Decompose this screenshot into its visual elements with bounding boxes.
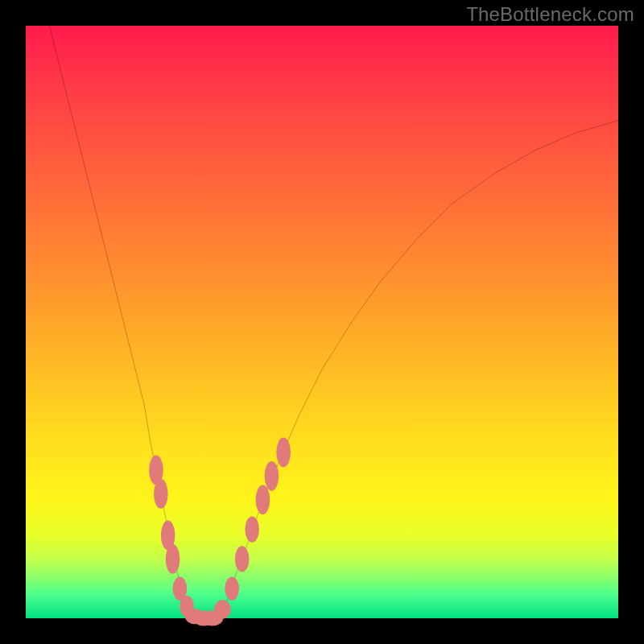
curve-marker bbox=[265, 461, 279, 491]
curve-marker bbox=[166, 544, 180, 574]
curve-marker bbox=[225, 576, 239, 600]
curve-svg bbox=[26, 26, 618, 618]
curve-marker bbox=[214, 600, 231, 619]
bottleneck-curve-path bbox=[49, 26, 618, 618]
marker-group bbox=[149, 438, 291, 626]
curve-marker bbox=[276, 438, 291, 468]
curve-marker bbox=[154, 479, 168, 509]
watermark-text: TheBottleneck.com bbox=[466, 3, 634, 26]
curve-marker bbox=[235, 546, 250, 572]
chart-frame: TheBottleneck.com bbox=[0, 0, 644, 644]
plot-area bbox=[26, 26, 618, 618]
curve-marker bbox=[256, 485, 270, 514]
curve-marker bbox=[245, 516, 259, 542]
